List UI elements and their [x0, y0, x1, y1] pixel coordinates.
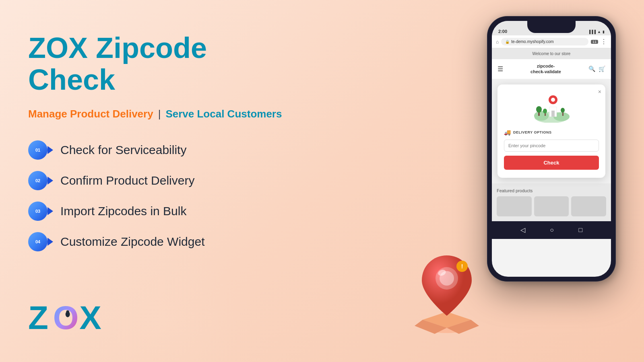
- modal-map-illustration: [504, 93, 599, 124]
- location-pin-decoration: !: [411, 249, 491, 350]
- svg-text:X: X: [79, 299, 101, 336]
- feature-text: Check for Serviceability: [60, 143, 186, 157]
- store-name-text: zipcode-check-validate: [530, 63, 561, 75]
- cart-icon[interactable]: 🛒: [599, 66, 605, 72]
- subtitle-line: Manage Product Delivery | Serve Local Cu…: [28, 108, 290, 120]
- svg-text:!: !: [461, 263, 463, 269]
- title-line1: ZOX Zipcode: [28, 32, 207, 64]
- phone-status-icons: ▐▐▐ ▲ ▮: [588, 30, 605, 34]
- phone-inner: 2:00 ▐▐▐ ▲ ▮ ⌂ 🔒 te-demo.myshopify.com 1…: [492, 21, 611, 277]
- phone-outer: 2:00 ▐▐▐ ▲ ▮ ⌂ 🔒 te-demo.myshopify.com 1…: [487, 16, 616, 282]
- featured-item-2: [534, 196, 569, 216]
- svg-text:Z: Z: [28, 299, 48, 336]
- subtitle-manage: Manage Product Delivery: [28, 108, 153, 120]
- subtitle-divider: |: [158, 108, 161, 120]
- signal-icon: ▐▐▐: [588, 30, 596, 34]
- store-banner: Welcome to our store: [492, 48, 611, 59]
- phone-notch: [527, 21, 576, 33]
- truck-icon: 🚚: [504, 129, 511, 136]
- phone-bottom-content: Featured products: [492, 183, 611, 221]
- featured-grid: [497, 196, 606, 216]
- svg-point-11: [543, 109, 547, 113]
- feature-item: 03 Import Zipcodes in Bulk: [28, 202, 290, 221]
- svg-point-9: [536, 106, 542, 113]
- secure-icon: 🔒: [505, 40, 510, 44]
- zipcode-modal: ×: [497, 84, 605, 178]
- search-icon[interactable]: 🔍: [588, 66, 595, 72]
- delivery-options-row: 🚚 DELIVERY OPTIONS: [504, 129, 599, 136]
- feature-text: Import Zipcodes in Bulk: [60, 204, 186, 218]
- features-list: 01 Check for Serviceability 02 Confirm P…: [28, 140, 290, 251]
- svg-point-17: [551, 98, 555, 102]
- feature-item: 02 Confirm Product Delivery: [28, 171, 290, 190]
- back-nav-icon[interactable]: ◁: [520, 226, 525, 234]
- phone-nav-bar: ◁ ○ □: [492, 221, 611, 239]
- store-action-buttons: 🔍 🛒: [588, 66, 605, 72]
- title-line2: Check: [28, 64, 115, 96]
- phone-browser-bar: ⌂ 🔒 te-demo.myshopify.com 11 ⋮: [492, 35, 611, 48]
- feature-number: 01: [35, 148, 40, 152]
- home-nav-icon[interactable]: ○: [550, 226, 554, 234]
- feature-number: 03: [35, 209, 40, 214]
- main-title: ZOX Zipcode Check: [28, 32, 290, 96]
- feature-badge: 02: [28, 171, 47, 190]
- svg-point-3: [66, 310, 69, 313]
- feature-number: 02: [35, 178, 40, 183]
- store-banner-text: Welcome to our store: [533, 51, 571, 56]
- location-pin-svg: !: [411, 249, 483, 338]
- feature-badge: 01: [28, 140, 47, 160]
- tab-count: 11: [591, 40, 598, 44]
- url-text: te-demo.myshopify.com: [511, 39, 553, 44]
- delivery-options-label: DELIVERY OPTIONS: [513, 130, 552, 134]
- phone-modal-overlay: ×: [492, 79, 611, 183]
- store-header: ☰ zipcode-check-validate 🔍 🛒: [492, 59, 611, 79]
- check-button[interactable]: Check: [504, 156, 599, 170]
- featured-products-label: Featured products: [497, 188, 606, 193]
- phone-container: 2:00 ▐▐▐ ▲ ▮ ⌂ 🔒 te-demo.myshopify.com 1…: [483, 16, 620, 346]
- featured-item-3: [571, 196, 606, 216]
- feature-badge: 03: [28, 202, 47, 221]
- browser-url: 🔒 te-demo.myshopify.com: [501, 38, 588, 45]
- feature-item: 01 Check for Serviceability: [28, 140, 290, 160]
- feature-text: Customize Zipcode Widget: [60, 235, 204, 249]
- featured-item-1: [497, 196, 532, 216]
- left-section: ZOX Zipcode Check Manage Product Deliver…: [28, 32, 290, 276]
- subtitle-serve: Serve Local Customers: [165, 108, 282, 120]
- svg-point-13: [561, 108, 565, 113]
- feature-badge: 04: [28, 232, 47, 251]
- svg-rect-15: [551, 111, 555, 117]
- zox-logo: Z O X: [28, 296, 109, 336]
- feature-text: Confirm Product Delivery: [60, 174, 194, 187]
- phone-time: 2:00: [498, 29, 507, 34]
- feature-item: 04 Customize Zipcode Widget: [28, 232, 290, 251]
- browser-menu-icon[interactable]: ⋮: [601, 38, 607, 45]
- logo-area: Z O X: [28, 296, 109, 338]
- pincode-input[interactable]: [504, 140, 599, 152]
- map-illustration-svg: [533, 93, 570, 123]
- svg-text:O: O: [53, 299, 79, 336]
- battery-icon: ▮: [603, 30, 605, 34]
- modal-close-button[interactable]: ×: [598, 88, 601, 95]
- recent-nav-icon[interactable]: □: [579, 226, 583, 234]
- home-icon: ⌂: [496, 39, 499, 45]
- feature-number: 04: [35, 239, 40, 244]
- wifi-icon: ▲: [597, 30, 601, 34]
- hamburger-icon[interactable]: ☰: [497, 65, 503, 73]
